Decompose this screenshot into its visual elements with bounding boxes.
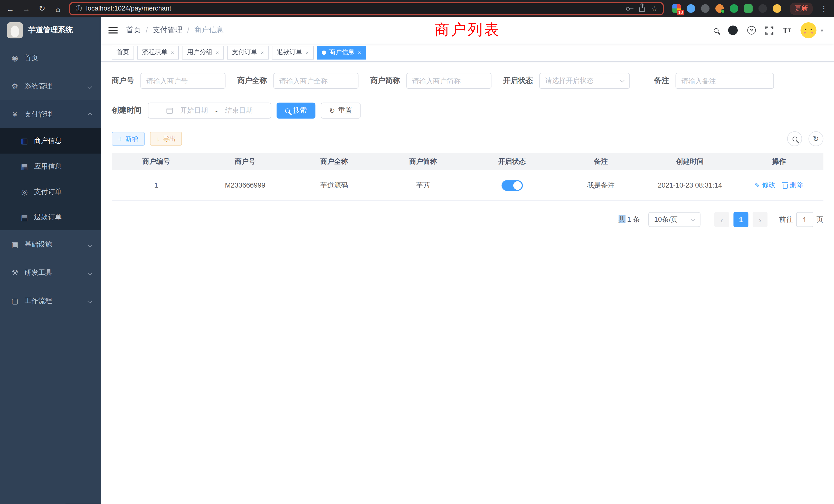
extension-icon-5[interactable] — [730, 4, 738, 13]
start-date-placeholder: 开始日期 — [180, 106, 208, 115]
forward-icon[interactable]: → — [21, 4, 31, 13]
pagination-total: 共 1 条 — [618, 215, 640, 224]
remark-input[interactable] — [676, 73, 774, 89]
sidebar-item-devtools[interactable]: ⚒ 研发工具 — [0, 258, 101, 287]
yen-icon: ¥ — [10, 110, 19, 118]
reload-icon[interactable]: ↻ — [37, 4, 47, 13]
sidebar-item-infrastructure[interactable]: ▣ 基础设施 — [0, 230, 101, 258]
close-icon[interactable]: × — [171, 49, 174, 56]
search-button[interactable]: 搜索 — [277, 102, 315, 118]
breadcrumb-item-payment[interactable]: 支付管理 — [153, 25, 182, 35]
user-menu-caret-icon[interactable]: ▾ — [821, 27, 823, 33]
toggle-search-button[interactable] — [787, 131, 802, 146]
search-icon — [285, 108, 290, 113]
extensions-area: 10 — [672, 4, 781, 13]
sidebar-item-system[interactable]: ⚙ 系统管理 — [0, 72, 101, 100]
close-icon[interactable]: × — [216, 49, 219, 56]
close-icon[interactable]: × — [358, 49, 361, 56]
cell-create-time: 2021-10-23 08:31:14 — [645, 181, 734, 189]
close-icon[interactable]: × — [306, 49, 309, 56]
tab-user-group[interactable]: 用户分组× — [182, 45, 224, 59]
back-icon[interactable]: ← — [5, 4, 15, 13]
full-name-label: 商户全称 — [237, 76, 267, 86]
bookmark-star-icon[interactable]: ☆ — [651, 5, 657, 13]
password-key-icon[interactable] — [626, 7, 630, 10]
edit-label: 修改 — [762, 181, 775, 190]
next-page-button[interactable]: › — [753, 212, 768, 227]
chevron-down-icon — [88, 297, 91, 305]
create-time-range-picker[interactable]: 开始日期 - 结束日期 — [148, 102, 271, 118]
page-size-value: 10条/页 — [654, 215, 678, 224]
user-avatar[interactable] — [800, 22, 816, 38]
edit-link[interactable]: ✎修改 — [755, 181, 775, 190]
active-dot-icon — [322, 50, 326, 55]
sidebar-item-workflow[interactable]: ▢ 工作流程 — [0, 287, 101, 315]
address-bar[interactable]: ⓘ localhost:1024/pay/merchant ☆ — [69, 2, 664, 15]
reset-button[interactable]: ↻ 重置 — [321, 102, 360, 118]
prev-page-button[interactable]: ‹ — [714, 212, 729, 227]
tab-merchant-info[interactable]: 商户信息× — [317, 45, 366, 59]
add-button[interactable]: + 新增 — [112, 132, 145, 146]
status-select[interactable]: 请选择开启状态 — [539, 73, 630, 89]
breadcrumb: 首页 / 支付管理 / 商户信息 — [126, 25, 224, 35]
search-icon[interactable] — [714, 28, 719, 33]
extension-icon-4[interactable] — [716, 4, 724, 13]
extension-icon-1[interactable]: 10 — [672, 4, 681, 13]
chevron-down-icon — [88, 269, 91, 276]
delete-link[interactable]: 删除 — [783, 181, 803, 190]
tab-label: 用户分组 — [187, 48, 212, 57]
table-toolbar: + 新增 ↓ 导出 ↻ — [112, 131, 824, 146]
breadcrumb-item-home[interactable]: 首页 — [126, 25, 141, 35]
date-separator: - — [215, 107, 218, 114]
goto-page-input[interactable] — [796, 212, 813, 227]
tab-refund-order[interactable]: 退款订单× — [272, 45, 313, 59]
fullscreen-icon[interactable] — [765, 26, 773, 35]
status-toggle[interactable] — [502, 180, 523, 190]
search-button-label: 搜索 — [293, 106, 307, 115]
cell-full-name: 芋道源码 — [290, 180, 378, 190]
sidebar-subitem-pay-order[interactable]: ◎ 支付订单 — [0, 179, 101, 205]
extension-icon-7[interactable] — [759, 4, 767, 13]
browser-update-button[interactable]: 更新 — [790, 2, 813, 15]
breadcrumb-separator: / — [146, 26, 148, 35]
sidebar-subitem-refund-order[interactable]: ▤ 退款订单 — [0, 205, 101, 230]
pencil-icon: ✎ — [755, 181, 760, 189]
page-size-select[interactable]: 10条/页 — [649, 212, 701, 227]
sidebar-subitem-app-info[interactable]: ▦ 应用信息 — [0, 154, 101, 179]
browser-menu-icon[interactable]: ⋮ — [819, 4, 829, 13]
close-icon[interactable]: × — [261, 49, 264, 56]
share-icon[interactable] — [640, 7, 645, 12]
add-button-label: 新增 — [125, 134, 138, 143]
extension-icon-6[interactable] — [744, 4, 753, 13]
help-icon[interactable]: ? — [747, 26, 756, 35]
full-name-input[interactable] — [273, 73, 358, 89]
hamburger-icon[interactable] — [109, 27, 117, 33]
export-button[interactable]: ↓ 导出 — [150, 132, 182, 146]
url-text[interactable]: localhost:1024/pay/merchant — [86, 5, 171, 12]
font-size-icon[interactable]: TT — [783, 26, 791, 35]
sidebar-item-label: 研发工具 — [24, 268, 52, 277]
cell-id: 1 — [112, 181, 200, 189]
logo[interactable]: 芋道管理系统 — [0, 17, 101, 44]
sidebar-subitem-merchant-info[interactable]: ▥ 商户信息 — [0, 128, 101, 154]
site-info-icon[interactable]: ⓘ — [75, 4, 82, 13]
sidebar-item-home[interactable]: ◉ 首页 — [0, 44, 101, 72]
page-1-button[interactable]: 1 — [733, 212, 748, 227]
sidebar-item-payment[interactable]: ¥ 支付管理 — [0, 100, 101, 128]
short-name-input[interactable] — [407, 73, 491, 89]
tab-process-form[interactable]: 流程表单× — [137, 45, 179, 59]
order-icon: ◎ — [20, 188, 29, 196]
filter-row-2: 创建时间 开始日期 - 结束日期 搜索 ↻ 重置 — [112, 102, 824, 118]
status-select-placeholder: 请选择开启状态 — [545, 76, 593, 86]
github-icon[interactable] — [728, 25, 738, 35]
chevron-down-icon — [88, 82, 91, 90]
extension-icon-3[interactable] — [701, 4, 709, 13]
tab-pay-order[interactable]: 支付订单× — [227, 45, 269, 59]
merchant-no-input[interactable] — [140, 73, 225, 89]
col-header: 商户全称 — [290, 157, 378, 166]
extension-icon-8[interactable] — [773, 4, 781, 13]
refresh-table-button[interactable]: ↻ — [809, 131, 824, 146]
extension-icon-2[interactable] — [687, 4, 695, 13]
tab-home[interactable]: 首页 — [112, 45, 134, 59]
home-icon[interactable]: ⌂ — [53, 4, 63, 13]
